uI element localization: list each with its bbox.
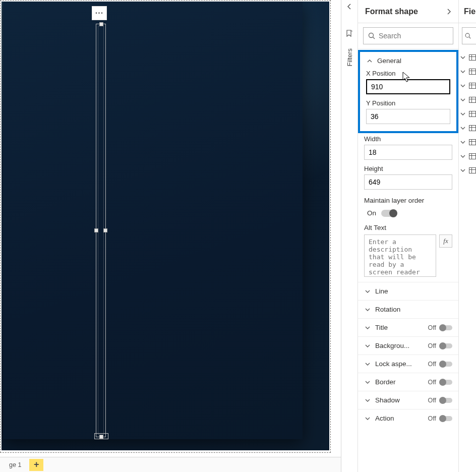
fields-search-input[interactable]: [462, 27, 476, 44]
general-section-highlight: General X Position Y Position: [358, 50, 458, 133]
search-input[interactable]: [379, 32, 467, 40]
y-position-input[interactable]: [366, 109, 450, 124]
collapse-arrow-left-icon[interactable]: [341, 0, 358, 10]
height-label: Height: [364, 165, 452, 172]
fields-table-item[interactable]: [460, 163, 476, 178]
fields-table-item[interactable]: [460, 107, 476, 121]
fields-table-item[interactable]: [460, 149, 476, 163]
fields-table-item[interactable]: [460, 93, 476, 107]
page-tab[interactable]: ge 1: [4, 457, 26, 472]
chevron-down-icon: [460, 69, 466, 75]
table-icon: [469, 153, 476, 159]
chevron-up-icon: [366, 57, 373, 65]
visual-more-options-button[interactable]: ···: [92, 6, 107, 20]
fields-table-item[interactable]: [460, 65, 476, 79]
height-input[interactable]: [364, 174, 452, 190]
section-general[interactable]: General: [360, 54, 456, 68]
fields-tables-list: [459, 48, 476, 178]
format-shape-pane: Format shape General X Position: [358, 0, 459, 472]
title-toggle[interactable]: [439, 325, 452, 330]
section-label: Lock aspe...: [375, 360, 424, 368]
pane-title: Format shape: [365, 7, 418, 16]
pane-header: Format shape: [358, 0, 458, 23]
toggle-state-label: Off: [428, 415, 436, 422]
bookmark-icon[interactable]: [341, 29, 358, 37]
chevron-down-icon: [364, 324, 371, 331]
chevron-down-icon: [460, 139, 466, 145]
filters-collapsed-pane[interactable]: Filters: [341, 0, 358, 472]
x-position-input[interactable]: [366, 79, 450, 94]
chevron-down-icon: [460, 153, 466, 159]
toggle-state-label: Off: [428, 324, 436, 331]
fields-pane: Fie: [459, 0, 476, 472]
y-position-label: Y Position: [366, 99, 450, 107]
add-page-button[interactable]: +: [29, 459, 43, 471]
ellipsis-icon: ···: [95, 9, 103, 18]
alt-text-input[interactable]: [364, 234, 436, 277]
selected-shape[interactable]: [96, 24, 106, 437]
toggle-state-label: On: [367, 209, 376, 217]
section-label: Title: [375, 324, 424, 331]
chevron-down-icon: [460, 111, 466, 117]
fields-table-item[interactable]: [460, 79, 476, 93]
svg-line-1: [373, 37, 375, 39]
svg-point-2: [465, 33, 469, 37]
table-icon: [469, 83, 476, 89]
chevron-down-icon: [364, 415, 371, 422]
background-toggle[interactable]: [439, 343, 452, 348]
resize-handle-top[interactable]: [99, 22, 103, 26]
svg-line-3: [469, 37, 470, 38]
section-shadow[interactable]: Shadow Off: [358, 391, 458, 409]
report-card-backdrop: [3, 2, 303, 439]
section-line[interactable]: Line: [358, 282, 458, 300]
report-canvas-area[interactable]: ··· ge 1 +: [0, 0, 341, 472]
section-background[interactable]: Backgrou... Off: [358, 336, 458, 355]
search-icon: [368, 32, 376, 40]
report-background: [2, 2, 329, 450]
table-icon: [469, 54, 476, 61]
shadow-toggle[interactable]: [439, 398, 452, 403]
table-icon: [469, 69, 476, 75]
resize-handle-right[interactable]: [103, 228, 107, 232]
chevron-down-icon: [364, 397, 371, 404]
fields-table-item[interactable]: [460, 135, 476, 149]
section-action[interactable]: Action Off: [358, 409, 458, 427]
chevron-down-icon: [364, 306, 371, 313]
section-title[interactable]: Title Off: [358, 318, 458, 336]
chevron-down-icon: [364, 342, 371, 349]
toggle-state-label: Off: [428, 342, 436, 349]
section-border[interactable]: Border Off: [358, 373, 458, 391]
table-icon: [469, 125, 476, 131]
action-toggle[interactable]: [439, 416, 452, 421]
chevron-down-icon: [460, 125, 466, 131]
chevron-down-icon: [364, 379, 371, 386]
section-lock-aspect[interactable]: Lock aspe... Off: [358, 355, 458, 373]
resize-handle-bottom-frame[interactable]: [94, 433, 108, 439]
pane-next-arrow-icon[interactable]: [444, 7, 453, 16]
filters-label: Filters: [346, 48, 353, 66]
maintain-layer-order-toggle[interactable]: [381, 210, 396, 217]
width-input[interactable]: [364, 145, 452, 160]
section-label: Border: [375, 378, 424, 386]
table-icon: [469, 111, 476, 117]
search-input-wrapper[interactable]: [363, 27, 453, 44]
search-icon: [464, 32, 471, 39]
toggle-state-label: Off: [428, 397, 436, 404]
lock-aspect-toggle[interactable]: [439, 362, 452, 367]
fields-table-item[interactable]: [460, 121, 476, 135]
section-label: Shadow: [375, 396, 424, 404]
fx-button[interactable]: fx: [439, 234, 452, 248]
resize-handle-left[interactable]: [94, 228, 98, 232]
page-tab-bar: ge 1 +: [0, 457, 341, 472]
chevron-down-icon: [460, 54, 466, 61]
chevron-down-icon: [460, 97, 466, 103]
maintain-layer-order-label: Maintain layer order: [364, 197, 452, 204]
fields-table-item[interactable]: [460, 50, 476, 65]
section-rotation[interactable]: Rotation: [358, 300, 458, 318]
fields-pane-title: Fie: [459, 0, 476, 23]
border-toggle[interactable]: [439, 380, 452, 385]
toggle-state-label: Off: [428, 361, 436, 368]
section-label: Backgrou...: [375, 342, 424, 349]
table-icon: [469, 97, 476, 103]
x-position-label: X Position: [366, 70, 450, 77]
